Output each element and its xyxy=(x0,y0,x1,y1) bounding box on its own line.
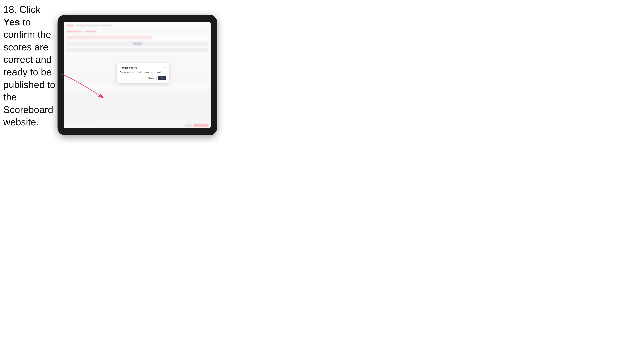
dialog-header: Publish scores × xyxy=(120,66,166,69)
tablet-device: Publish scores × Are you ready to publis… xyxy=(58,15,217,135)
instruction-bold: Yes xyxy=(3,17,20,27)
tablet-screen: Publish scores × Are you ready to publis… xyxy=(64,22,210,128)
cancel-button[interactable]: Cancel xyxy=(146,76,156,80)
dialog-title: Publish scores xyxy=(120,66,137,69)
dialog-message: Are you ready to publish these scores to… xyxy=(120,71,166,74)
yes-button[interactable]: Yes xyxy=(158,76,166,80)
dialog-overlay: Publish scores × Are you ready to publis… xyxy=(64,22,210,128)
instruction-text: 18. Click Yes to confirm the scores are … xyxy=(3,3,59,129)
dialog-close-button[interactable]: × xyxy=(163,66,166,69)
instruction-prefix: Click xyxy=(17,4,40,15)
publish-scores-dialog: Publish scores × Are you ready to publis… xyxy=(117,63,169,83)
dialog-footer: Cancel Yes xyxy=(120,76,166,80)
step-number: 18. xyxy=(3,4,17,15)
instruction-suffix: to confirm the scores are correct and re… xyxy=(3,17,55,128)
